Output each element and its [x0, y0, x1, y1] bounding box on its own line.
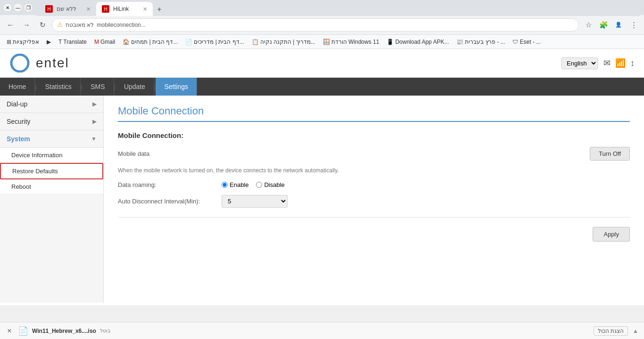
partz-icon: 📰	[456, 39, 463, 45]
extension-button[interactable]: 🧩	[597, 18, 610, 32]
bookmark-translate[interactable]: T Translate	[56, 38, 90, 46]
tab-2[interactable]: H HiLink ✕	[96, 2, 153, 16]
apk-icon: 📱	[387, 39, 394, 45]
sidebar-sub-restore-defaults[interactable]: Restore Defaults	[0, 163, 103, 179]
security-arrow-icon: ▶	[92, 118, 97, 125]
bookmark-partz[interactable]: 📰 פרץ בעברית - ...	[454, 38, 508, 46]
language-select[interactable]: English	[561, 57, 598, 69]
tab2-favicon: H	[102, 5, 109, 13]
nav-settings[interactable]: Settings	[156, 78, 197, 96]
nav-sms-label: SMS	[91, 83, 105, 90]
window-maximize-button[interactable]: ❐	[25, 4, 32, 11]
forward-button[interactable]: →	[20, 18, 33, 32]
main-content: Mobile Connection Mobile Connection: Mob…	[104, 96, 644, 303]
auto-disconnect-select[interactable]: 5 0 1 10 15 20 30	[222, 195, 288, 208]
mobile-data-label: Mobile data	[118, 150, 222, 157]
nav-statistics[interactable]: Statistics	[37, 78, 81, 96]
profile-button[interactable]: 👤	[612, 18, 625, 32]
roaming-enable-text: Enable	[230, 181, 248, 188]
bookmark-win11[interactable]: 🪟 הורדת Windows 11	[320, 38, 382, 46]
bookmark-guide-label: מדריך | התקנה נקיה...	[260, 39, 315, 45]
bookmark-gmail[interactable]: M Gmail	[91, 38, 118, 46]
sidebar-item-dialup[interactable]: Dial-up ▶	[0, 96, 103, 113]
sidebar-item-system[interactable]: System ▼	[0, 130, 103, 148]
browser-chrome: ✕ — ❐ H ללא שם ✕ H HiLink ✕ + ← → ↻ ⚠ לא…	[0, 0, 644, 49]
tab1-label: ללא שם	[57, 6, 76, 12]
roaming-enable-label[interactable]: Enable	[222, 181, 248, 188]
sidebar: Dial-up ▶ Security ▶ System ▼ Device Inf…	[0, 96, 104, 303]
guide-icon: 📋	[252, 39, 259, 45]
tab1-favicon: H	[45, 5, 53, 13]
bookmark-eset-label: Eset - ...	[520, 39, 541, 45]
security-warning-icon: ⚠	[57, 21, 63, 28]
bookmarks-bar: ⊞ אפליקציות ▶ T Translate M Gmail 🏠 דף ה…	[0, 35, 644, 49]
auto-disconnect-label: Auto Disconnect Interval(Min):	[118, 198, 222, 205]
bookmark-apk[interactable]: 📱 Download App APK...	[384, 38, 452, 46]
turn-off-button[interactable]: Turn Off	[590, 147, 630, 161]
tab2-label: HiLink	[113, 6, 129, 12]
apps-icon: ⊞	[7, 39, 11, 45]
tab2-close[interactable]: ✕	[143, 6, 147, 12]
roaming-radio-group: Enable Disable	[222, 181, 285, 188]
roaming-disable-text: Disable	[264, 181, 284, 188]
home1-icon: 🏠	[123, 39, 130, 45]
win11-icon: 🪟	[323, 39, 330, 45]
bookmark-eset[interactable]: 🛡 Eset - ...	[510, 38, 544, 46]
new-tab-button[interactable]: +	[153, 3, 166, 16]
dialup-arrow-icon: ▶	[92, 101, 97, 107]
system-arrow-icon: ▼	[91, 136, 97, 142]
menu-button[interactable]: ⋮	[627, 18, 640, 32]
home2-icon: 📄	[185, 39, 192, 45]
address-bar-wrapper[interactable]: ⚠ לא מאובטח mobileconnection...	[52, 18, 579, 32]
expand-icon[interactable]: ▲	[633, 328, 638, 334]
title-bar: ✕ — ❐ H ללא שם ✕ H HiLink ✕ +	[0, 0, 644, 15]
bookmark-arrow[interactable]: ▶	[44, 38, 54, 46]
nav-statistics-label: Statistics	[45, 83, 72, 90]
sidebar-item-security-label: Security	[7, 118, 31, 125]
download-status: בוטל	[100, 328, 110, 334]
tab1-close[interactable]: ✕	[86, 6, 91, 12]
mail-icon[interactable]: ✉	[603, 58, 611, 68]
show-all-button[interactable]: הצגת הכול	[594, 326, 628, 336]
tab-1[interactable]: H ללא שם ✕	[40, 2, 96, 16]
sidebar-item-security[interactable]: Security ▶	[0, 113, 103, 130]
roaming-disable-radio[interactable]	[256, 182, 262, 188]
arrow-icon: ▶	[47, 39, 51, 45]
download-file-item: 📄 Win11_Hebrew_x6....iso בוטל	[18, 326, 110, 336]
nav-home-label: Home	[8, 83, 26, 90]
bookmark-home2[interactable]: 📄 דף הבית | מדריכים...	[182, 38, 247, 46]
bookmark-home1-label: דף הבית | תמחים...	[131, 39, 178, 45]
reload-button[interactable]: ↻	[36, 18, 49, 32]
bookmark-translate-label: Translate	[63, 39, 87, 45]
window-minimize-button[interactable]: —	[14, 4, 22, 11]
bookmark-home1[interactable]: 🏠 דף הבית | תמחים...	[120, 38, 181, 46]
window-close-button[interactable]: ✕	[4, 4, 11, 11]
bookmark-button[interactable]: ☆	[582, 18, 595, 32]
back-button[interactable]: ←	[4, 18, 17, 32]
hilink-app: entel English ✉ 📶 ↕ Home | Statistics	[0, 49, 644, 305]
window-controls: ✕ — ❐	[4, 4, 32, 11]
address-text: mobileconnection...	[97, 22, 574, 28]
nav-update[interactable]: Update	[116, 78, 154, 96]
form-divider	[118, 217, 630, 218]
security-warning-text: לא מאובטח	[66, 22, 94, 28]
sidebar-item-system-label: System	[7, 135, 30, 143]
mobile-data-row: Mobile data Turn Off	[118, 147, 630, 161]
auto-disconnect-row: Auto Disconnect Interval(Min): 5 0 1 10 …	[118, 195, 630, 208]
roaming-disable-label[interactable]: Disable	[256, 181, 284, 188]
bookmark-partz-label: פרץ בעברית - ...	[465, 39, 505, 45]
hilink-logo: entel	[9, 54, 69, 73]
sidebar-sub-device-info[interactable]: Device Information	[0, 148, 103, 163]
apply-button[interactable]: Apply	[593, 227, 630, 242]
download-bar-close[interactable]: ×	[6, 327, 13, 335]
nav-home[interactable]: Home	[0, 78, 35, 96]
content-area: Dial-up ▶ Security ▶ System ▼ Device Inf…	[0, 96, 644, 303]
bookmark-apps[interactable]: ⊞ אפליקציות	[4, 38, 42, 46]
gmail-icon: M	[94, 39, 99, 45]
nav-sms[interactable]: SMS	[82, 78, 114, 96]
sidebar-sub-reboot[interactable]: Reboot	[0, 179, 103, 194]
sidebar-submenu-system: Device Information Restore Defaults Rebo…	[0, 148, 103, 194]
translate-icon: T	[58, 39, 62, 45]
bookmark-guide[interactable]: 📋 מדריך | התקנה נקיה...	[249, 38, 318, 46]
roaming-enable-radio[interactable]	[222, 182, 228, 188]
